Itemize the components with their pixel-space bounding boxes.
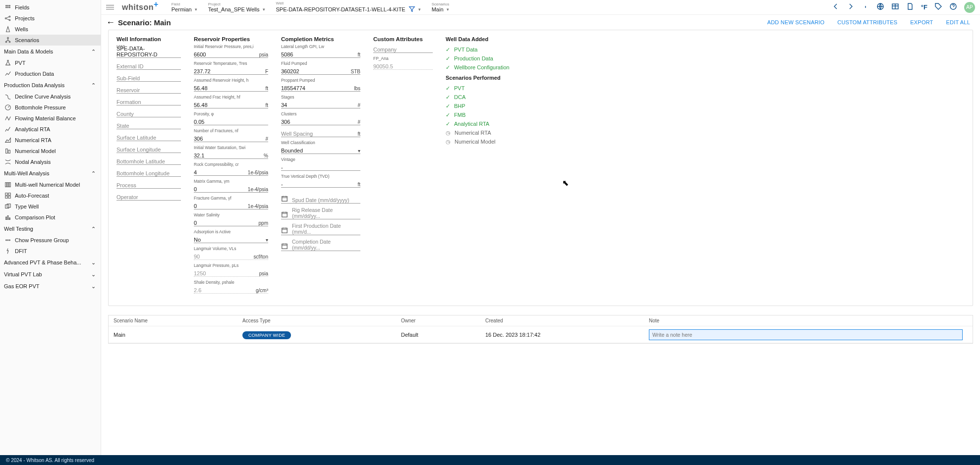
scenario-pending-item[interactable]: ◷Numerical Model [446,137,510,146]
nav-nrta[interactable]: Numerical RTA [0,135,101,146]
wda-item[interactable]: ✓Wellbore Configuration [446,63,510,72]
resprop-field[interactable]: Assumed Frac Height, hf56.48ft [194,95,268,108]
nav-production-data[interactable]: Production Data [0,68,101,79]
resprop-field[interactable]: Porosity, φ0.05 [194,111,268,125]
file-icon[interactable] [906,2,914,12]
nav-compplot[interactable]: Comparison Plot [0,212,101,223]
crumb-field[interactable]: Field Permian▾ [169,2,200,12]
nav-wells[interactable]: Wells [0,24,101,35]
resprop-field[interactable]: Adsorption is ActiveNo▾ [194,229,268,243]
subfield-field[interactable]: Sub-Field [116,75,140,81]
completion-field[interactable]: True Vertical Depth (TVD)-ft [281,174,360,188]
resprop-field[interactable]: Shale Density, ρshale2.6g/cm³ [194,280,268,294]
formation-field[interactable]: Formation [116,99,141,105]
scenario-done-item[interactable]: ✓DCA [446,93,510,102]
temp-icon[interactable]: °F [921,3,927,11]
nav-fields[interactable]: Fields [0,2,101,13]
scenario-done-item[interactable]: ✓BHP [446,102,510,110]
nav-chow[interactable]: Chow Pressure Group [0,235,101,246]
resprop-field[interactable]: Langmuir Volume, VLs90scf/ton [194,246,268,260]
section-pda[interactable]: Production Data Analysis ⌃ [0,79,101,91]
resprop-field[interactable]: Reservoir Temperature, Tres237.72F [194,61,268,75]
completion-field[interactable]: Fluid Pumped360202STB [281,61,360,75]
section-eor[interactable]: Gas EOR PVT⌄ [0,280,101,292]
wda-item[interactable]: ✓Production Data [446,54,510,63]
resprop-field[interactable]: Initial Reservoir Pressure, pres,i6600ps… [194,44,268,58]
export-link[interactable]: EXPORT [910,19,933,25]
custom-field[interactable]: FP_Ana90050.5 [373,56,433,70]
process-field[interactable]: Process [116,182,136,188]
nav-nodal[interactable]: Nodal Analysis [0,156,101,167]
resprop-field[interactable]: Rock Compressibility, cr41e-6/psia [194,162,268,176]
crumb-well[interactable]: Well SPE-DATA-REPOSITORY-DATASET-1-WELL-… [273,1,424,13]
note-input[interactable] [649,329,963,340]
completion-field[interactable]: Stages34# [281,95,360,108]
completion-field[interactable]: Vintage- [281,157,360,171]
crumb-scenario[interactable]: Scenarios Main▾ [429,2,453,12]
resprop-field[interactable]: Initial Water Saturation, Swi32.1% [194,145,268,159]
scenario-done-item[interactable]: ✓PVT [446,84,510,93]
external-id-field[interactable]: External ID [116,63,143,69]
nav-scenarios[interactable]: Scenarios [0,35,101,46]
wda-item[interactable]: ✓PVT Data [446,45,510,54]
nav-arta[interactable]: Analytical RTA [0,124,101,135]
county-field[interactable]: County [116,111,134,117]
scenario-done-item[interactable]: ✓Analytical RTA [446,119,510,128]
nav-nummodel[interactable]: Numerical Model [0,146,101,156]
date-field[interactable]: Completion Date (mm/dd/yy... [281,238,360,251]
surf-lon-field[interactable]: Surface Longitude [116,147,161,153]
resprop-field[interactable]: Langmuir Pressure, pLs1250psia [194,263,268,277]
resprop-field[interactable]: Water Salinity0ppm [194,212,268,226]
section-apvt[interactable]: Advanced PVT & Phase Beha...⌄ [0,257,101,268]
nav-back-button[interactable] [832,2,840,12]
nav-dfit[interactable]: DFIT [0,246,101,257]
completion-field[interactable]: Well Spacingft [281,128,360,137]
table-icon[interactable] [891,2,899,12]
filter-icon[interactable] [408,5,415,13]
date-field[interactable]: Rig Release Date (mm/dd/yy... [281,207,360,219]
help-icon[interactable] [949,2,957,12]
scenario-pending-item[interactable]: ◷Numerical RTA [446,128,510,137]
completion-field[interactable]: Clusters306# [281,111,360,125]
operator-field[interactable]: Operator [116,194,138,200]
bh-lon-field[interactable]: Bottomhole Longitude [116,170,170,176]
resprop-field[interactable]: Assumed Reservoir Height, h56.48ft [194,78,268,92]
menu-toggle[interactable] [106,3,114,10]
nav-pvt[interactable]: PVT [0,57,101,68]
nav-fwd-button[interactable] [847,2,855,12]
bh-lat-field[interactable]: Bottomhole Latitude [116,158,165,164]
state-field[interactable]: State [116,123,129,129]
add-scenario-link[interactable]: ADD NEW SCENARIO [767,19,825,25]
scenario-done-item[interactable]: ✓FMB [446,110,510,119]
section-mwa[interactable]: Multi-Well Analysis⌃ [0,167,101,179]
user-avatar[interactable]: AP [964,2,975,13]
surf-lat-field[interactable]: Surface Latitude [116,135,156,141]
section-welltesting[interactable]: Well Testing⌃ [0,223,101,235]
back-arrow[interactable]: ← [106,17,118,28]
nav-fmb[interactable]: Flowing Material Balance [0,113,101,124]
custom-field[interactable]: Company [373,44,433,53]
table-row[interactable]: Main COMPANY WIDE Default 16 Dec. 2023 1… [109,326,973,343]
completion-field[interactable]: Proppant Pumped18554774lbs [281,78,360,92]
nav-mwnm[interactable]: Multi-well Numerical Model [0,179,101,190]
tag-icon[interactable] [934,2,942,12]
resprop-field[interactable]: Number of Fractures, nf306# [194,128,268,142]
nav-bhp[interactable]: Bottomhole Pressure [0,102,101,113]
section-vpl[interactable]: Virtual PVT Lab⌄ [0,268,101,280]
crumb-project[interactable]: Project Test_Ana_SPE Wells▾ [205,2,268,12]
uwi-value[interactable]: SPE-DATA-REPOSITORY-D [116,46,181,57]
nav-autofc[interactable]: Auto-Forecast [0,190,101,201]
resprop-field[interactable]: Fracture Gamma, γf01e-4/psia [194,196,268,209]
date-field[interactable]: First Production Date (mm/d... [281,222,360,235]
info-icon[interactable] [862,2,869,12]
completion-field[interactable]: Lateral Length GPI, Lw5086ft [281,44,360,58]
completion-field[interactable]: Well ClassificationBounded▾ [281,140,360,154]
nav-dca[interactable]: Decline Curve Analysis [0,91,101,102]
edit-all-link[interactable]: EDIT ALL [946,19,970,25]
reservoir-field[interactable]: Reservoir [116,87,140,93]
globe-icon[interactable] [876,2,884,12]
custom-attributes-link[interactable]: CUSTOM ATTRIBUTES [837,19,897,25]
resprop-field[interactable]: Matrix Gamma, γm01e-4/psia [194,179,268,193]
section-main-data[interactable]: Main Data & Models ⌃ [0,46,101,57]
nav-projects[interactable]: Projects [0,13,101,24]
